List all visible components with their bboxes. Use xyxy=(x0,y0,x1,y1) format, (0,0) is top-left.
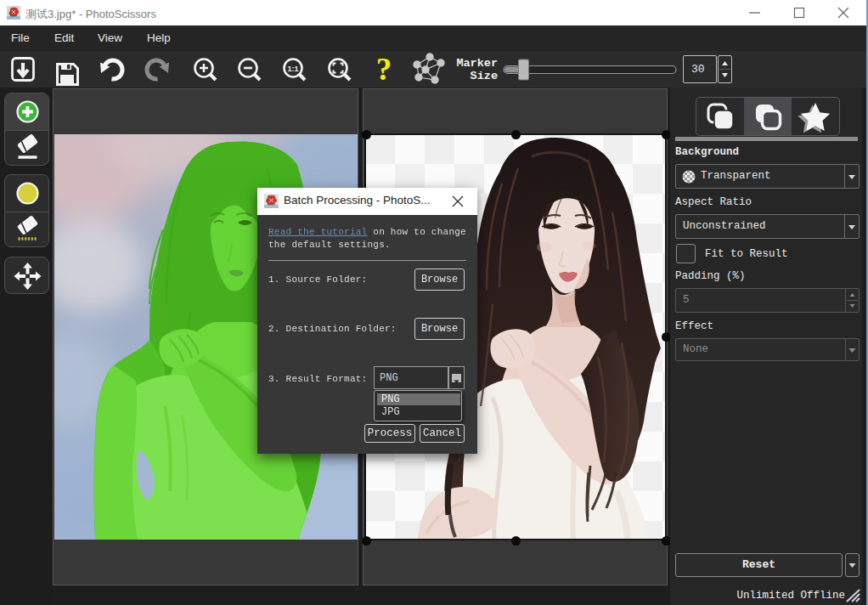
svg-text:Size: Size xyxy=(471,70,498,82)
svg-text:?: ? xyxy=(376,52,392,87)
svg-text:Marker: Marker xyxy=(456,57,498,70)
svg-text:1:1: 1:1 xyxy=(287,65,298,73)
